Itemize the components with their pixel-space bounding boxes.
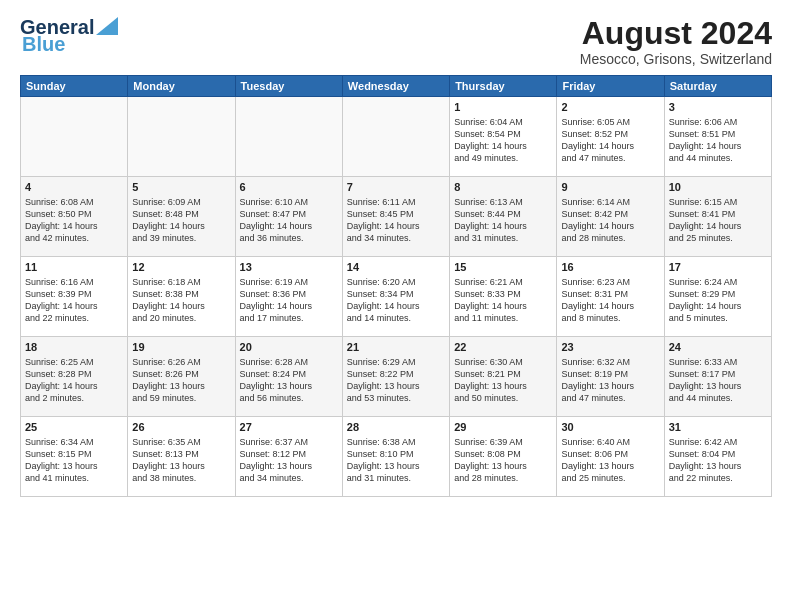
day-info: Sunrise: 6:34 AM Sunset: 8:15 PM Dayligh…	[25, 436, 123, 485]
day-number: 4	[25, 180, 123, 195]
day-number: 3	[669, 100, 767, 115]
day-number: 17	[669, 260, 767, 275]
title-block: August 2024 Mesocco, Grisons, Switzerlan…	[580, 16, 772, 67]
calendar-week-row: 18Sunrise: 6:25 AM Sunset: 8:28 PM Dayli…	[21, 337, 772, 417]
calendar-cell: 27Sunrise: 6:37 AM Sunset: 8:12 PM Dayli…	[235, 417, 342, 497]
day-number: 14	[347, 260, 445, 275]
calendar-cell: 9Sunrise: 6:14 AM Sunset: 8:42 PM Daylig…	[557, 177, 664, 257]
header-saturday: Saturday	[664, 76, 771, 97]
calendar-cell: 31Sunrise: 6:42 AM Sunset: 8:04 PM Dayli…	[664, 417, 771, 497]
day-number: 2	[561, 100, 659, 115]
day-info: Sunrise: 6:32 AM Sunset: 8:19 PM Dayligh…	[561, 356, 659, 405]
calendar-cell: 18Sunrise: 6:25 AM Sunset: 8:28 PM Dayli…	[21, 337, 128, 417]
day-info: Sunrise: 6:33 AM Sunset: 8:17 PM Dayligh…	[669, 356, 767, 405]
day-info: Sunrise: 6:04 AM Sunset: 8:54 PM Dayligh…	[454, 116, 552, 165]
calendar-cell: 14Sunrise: 6:20 AM Sunset: 8:34 PM Dayli…	[342, 257, 449, 337]
day-number: 31	[669, 420, 767, 435]
day-info: Sunrise: 6:13 AM Sunset: 8:44 PM Dayligh…	[454, 196, 552, 245]
day-number: 9	[561, 180, 659, 195]
calendar-week-row: 11Sunrise: 6:16 AM Sunset: 8:39 PM Dayli…	[21, 257, 772, 337]
day-number: 10	[669, 180, 767, 195]
day-info: Sunrise: 6:38 AM Sunset: 8:10 PM Dayligh…	[347, 436, 445, 485]
calendar-week-row: 25Sunrise: 6:34 AM Sunset: 8:15 PM Dayli…	[21, 417, 772, 497]
calendar-cell: 16Sunrise: 6:23 AM Sunset: 8:31 PM Dayli…	[557, 257, 664, 337]
day-number: 13	[240, 260, 338, 275]
day-number: 11	[25, 260, 123, 275]
calendar-cell: 21Sunrise: 6:29 AM Sunset: 8:22 PM Dayli…	[342, 337, 449, 417]
calendar-cell: 12Sunrise: 6:18 AM Sunset: 8:38 PM Dayli…	[128, 257, 235, 337]
day-number: 8	[454, 180, 552, 195]
calendar-cell	[128, 97, 235, 177]
day-info: Sunrise: 6:28 AM Sunset: 8:24 PM Dayligh…	[240, 356, 338, 405]
calendar-cell: 8Sunrise: 6:13 AM Sunset: 8:44 PM Daylig…	[450, 177, 557, 257]
day-number: 21	[347, 340, 445, 355]
day-number: 24	[669, 340, 767, 355]
day-info: Sunrise: 6:16 AM Sunset: 8:39 PM Dayligh…	[25, 276, 123, 325]
day-info: Sunrise: 6:40 AM Sunset: 8:06 PM Dayligh…	[561, 436, 659, 485]
calendar-cell: 6Sunrise: 6:10 AM Sunset: 8:47 PM Daylig…	[235, 177, 342, 257]
day-info: Sunrise: 6:19 AM Sunset: 8:36 PM Dayligh…	[240, 276, 338, 325]
day-info: Sunrise: 6:18 AM Sunset: 8:38 PM Dayligh…	[132, 276, 230, 325]
day-number: 27	[240, 420, 338, 435]
calendar-header-row: Sunday Monday Tuesday Wednesday Thursday…	[21, 76, 772, 97]
day-info: Sunrise: 6:21 AM Sunset: 8:33 PM Dayligh…	[454, 276, 552, 325]
day-number: 5	[132, 180, 230, 195]
header-friday: Friday	[557, 76, 664, 97]
calendar-cell: 17Sunrise: 6:24 AM Sunset: 8:29 PM Dayli…	[664, 257, 771, 337]
day-number: 7	[347, 180, 445, 195]
calendar-cell: 3Sunrise: 6:06 AM Sunset: 8:51 PM Daylig…	[664, 97, 771, 177]
calendar-cell: 23Sunrise: 6:32 AM Sunset: 8:19 PM Dayli…	[557, 337, 664, 417]
day-number: 25	[25, 420, 123, 435]
day-info: Sunrise: 6:14 AM Sunset: 8:42 PM Dayligh…	[561, 196, 659, 245]
calendar-cell: 1Sunrise: 6:04 AM Sunset: 8:54 PM Daylig…	[450, 97, 557, 177]
calendar-cell: 13Sunrise: 6:19 AM Sunset: 8:36 PM Dayli…	[235, 257, 342, 337]
calendar-cell: 2Sunrise: 6:05 AM Sunset: 8:52 PM Daylig…	[557, 97, 664, 177]
day-number: 29	[454, 420, 552, 435]
day-number: 15	[454, 260, 552, 275]
day-number: 20	[240, 340, 338, 355]
calendar-cell: 5Sunrise: 6:09 AM Sunset: 8:48 PM Daylig…	[128, 177, 235, 257]
day-info: Sunrise: 6:24 AM Sunset: 8:29 PM Dayligh…	[669, 276, 767, 325]
calendar-cell: 29Sunrise: 6:39 AM Sunset: 8:08 PM Dayli…	[450, 417, 557, 497]
calendar-cell: 19Sunrise: 6:26 AM Sunset: 8:26 PM Dayli…	[128, 337, 235, 417]
day-info: Sunrise: 6:20 AM Sunset: 8:34 PM Dayligh…	[347, 276, 445, 325]
calendar-cell: 4Sunrise: 6:08 AM Sunset: 8:50 PM Daylig…	[21, 177, 128, 257]
day-info: Sunrise: 6:30 AM Sunset: 8:21 PM Dayligh…	[454, 356, 552, 405]
calendar-cell: 10Sunrise: 6:15 AM Sunset: 8:41 PM Dayli…	[664, 177, 771, 257]
calendar-cell: 24Sunrise: 6:33 AM Sunset: 8:17 PM Dayli…	[664, 337, 771, 417]
day-number: 16	[561, 260, 659, 275]
day-info: Sunrise: 6:09 AM Sunset: 8:48 PM Dayligh…	[132, 196, 230, 245]
main-title: August 2024	[580, 16, 772, 51]
calendar-week-row: 1Sunrise: 6:04 AM Sunset: 8:54 PM Daylig…	[21, 97, 772, 177]
day-number: 23	[561, 340, 659, 355]
header-thursday: Thursday	[450, 76, 557, 97]
calendar-cell: 30Sunrise: 6:40 AM Sunset: 8:06 PM Dayli…	[557, 417, 664, 497]
subtitle: Mesocco, Grisons, Switzerland	[580, 51, 772, 67]
day-info: Sunrise: 6:11 AM Sunset: 8:45 PM Dayligh…	[347, 196, 445, 245]
day-info: Sunrise: 6:26 AM Sunset: 8:26 PM Dayligh…	[132, 356, 230, 405]
calendar-cell: 22Sunrise: 6:30 AM Sunset: 8:21 PM Dayli…	[450, 337, 557, 417]
logo: General Blue	[20, 16, 118, 56]
calendar-cell: 26Sunrise: 6:35 AM Sunset: 8:13 PM Dayli…	[128, 417, 235, 497]
day-number: 22	[454, 340, 552, 355]
day-number: 12	[132, 260, 230, 275]
day-info: Sunrise: 6:23 AM Sunset: 8:31 PM Dayligh…	[561, 276, 659, 325]
calendar-cell	[342, 97, 449, 177]
calendar-cell	[21, 97, 128, 177]
day-number: 19	[132, 340, 230, 355]
header-monday: Monday	[128, 76, 235, 97]
day-info: Sunrise: 6:15 AM Sunset: 8:41 PM Dayligh…	[669, 196, 767, 245]
day-info: Sunrise: 6:37 AM Sunset: 8:12 PM Dayligh…	[240, 436, 338, 485]
day-info: Sunrise: 6:08 AM Sunset: 8:50 PM Dayligh…	[25, 196, 123, 245]
day-info: Sunrise: 6:29 AM Sunset: 8:22 PM Dayligh…	[347, 356, 445, 405]
header-tuesday: Tuesday	[235, 76, 342, 97]
day-number: 18	[25, 340, 123, 355]
day-info: Sunrise: 6:05 AM Sunset: 8:52 PM Dayligh…	[561, 116, 659, 165]
calendar-week-row: 4Sunrise: 6:08 AM Sunset: 8:50 PM Daylig…	[21, 177, 772, 257]
calendar-cell: 28Sunrise: 6:38 AM Sunset: 8:10 PM Dayli…	[342, 417, 449, 497]
day-info: Sunrise: 6:06 AM Sunset: 8:51 PM Dayligh…	[669, 116, 767, 165]
calendar-cell: 20Sunrise: 6:28 AM Sunset: 8:24 PM Dayli…	[235, 337, 342, 417]
day-info: Sunrise: 6:35 AM Sunset: 8:13 PM Dayligh…	[132, 436, 230, 485]
page: General Blue August 2024 Mesocco, Grison…	[0, 0, 792, 612]
header: General Blue August 2024 Mesocco, Grison…	[20, 16, 772, 67]
